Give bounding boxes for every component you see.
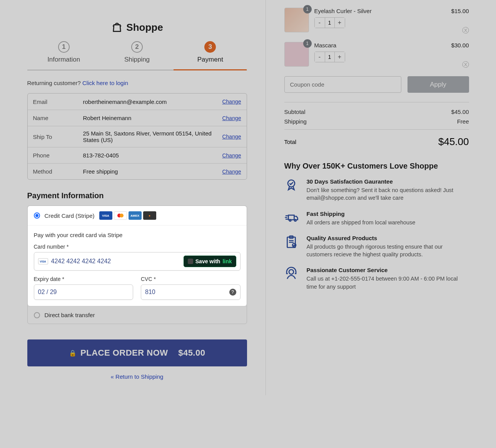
headset-icon [284, 267, 300, 291]
expiry-input[interactable]: 02 / 29 [34, 284, 134, 300]
svg-rect-1 [288, 215, 294, 220]
subtotal-label: Subtotal [284, 109, 306, 115]
place-order-amount: $45.00 [178, 348, 205, 358]
subtotal-row: Subtotal $45.00 [284, 109, 469, 115]
change-name-link[interactable]: Change [222, 115, 241, 121]
bank-transfer-label: Direct bank transfer [45, 312, 95, 318]
expiry-label: Expiry date * [34, 276, 134, 282]
payment-method-stripe: Credit Card (Stripe) VISA AMEX ● Pay wit… [28, 206, 247, 306]
step-label: Payment [174, 56, 247, 64]
step-shipping[interactable]: 2 Shipping [100, 41, 174, 70]
qty-value: 1 [325, 18, 335, 28]
info-label: Name [33, 115, 83, 121]
card-number-input[interactable]: VISA 4242 4242 4242 4242 Save with link [34, 252, 240, 271]
shipping-label: Shipping [284, 118, 307, 125]
step-payment[interactable]: 3 Payment [174, 41, 247, 70]
stripe-label: Credit Card (Stripe) [45, 212, 95, 219]
stripe-radio[interactable] [34, 212, 40, 219]
qty-decrease-button[interactable]: - [315, 18, 325, 28]
change-method-link[interactable]: Change [222, 169, 241, 175]
step-number: 1 [58, 41, 70, 53]
product-title: Eyelash Curler - Silver [314, 8, 446, 14]
info-label: Email [33, 99, 83, 105]
why-heading: Why Over 150K+ Customers Love Shoppe [284, 162, 469, 171]
brand-logo: Shoppe [27, 21, 247, 33]
discover-icon: ● [143, 211, 156, 220]
cart-item: 1 Mascara - 1 + $30.00 ⓧ [284, 42, 469, 69]
step-label: Information [27, 56, 100, 64]
step-information[interactable]: 1 Information [27, 41, 100, 70]
info-row-name: Name Robert Heinemann Change [28, 110, 247, 126]
remove-item-button[interactable]: ⓧ [451, 60, 469, 69]
info-row-email: Email robertheinemann@example.com Change [28, 94, 247, 110]
total-value: $45.00 [438, 136, 469, 148]
step-number: 3 [204, 41, 216, 53]
product-price: $30.00 [451, 42, 469, 48]
place-order-button[interactable]: 🔒 PLACE ORDER NOW $45.00 [27, 339, 247, 366]
change-phone-link[interactable]: Change [222, 152, 241, 159]
info-value: 25 Main St, Saxtons River, Vermont 05154… [83, 130, 222, 143]
info-row-method: Method Free shipping Change [28, 163, 247, 179]
feature-body: Call us at +1-202-555-0174 between 9:00 … [307, 275, 469, 291]
customer-info-summary: Email robertheinemann@example.com Change… [27, 93, 247, 180]
cvc-value: 810 [145, 289, 155, 296]
cvc-help-icon[interactable]: ? [229, 289, 236, 296]
qty-increase-button[interactable]: + [335, 18, 345, 28]
total-row: Total $45.00 [284, 129, 469, 148]
shipping-row: Shipping Free [284, 118, 469, 125]
payment-method-bank-transfer[interactable]: Direct bank transfer [28, 306, 247, 324]
product-title: Mascara [314, 42, 446, 48]
info-label: Ship To [33, 134, 83, 140]
change-shipto-link[interactable]: Change [222, 134, 241, 140]
qty-decrease-button[interactable]: - [315, 52, 325, 62]
returning-customer: Returning customer? Click here to login [27, 80, 247, 86]
mastercard-icon [114, 211, 127, 220]
qty-increase-button[interactable]: + [335, 52, 345, 62]
lock-icon: 🔒 [69, 349, 77, 357]
clipboard-check-icon [284, 235, 300, 259]
card-number-label: Card number * [34, 244, 240, 250]
return-shipping: « Return to Shipping [27, 373, 247, 380]
expiry-value: 02 / 29 [38, 289, 57, 296]
svg-point-7 [289, 270, 294, 274]
feature-quality: Quality Assured ProductsAll products go … [284, 235, 469, 259]
info-value: robertheinemann@example.com [83, 99, 222, 105]
feature-guarantee: 30 Days Satisfaction GauranteeDon't like… [284, 178, 469, 202]
truck-icon [284, 211, 300, 226]
feature-body: Don't like something? Sent it back no qu… [307, 186, 469, 202]
info-row-shipto: Ship To 25 Main St, Saxtons River, Vermo… [28, 126, 247, 147]
link-checkbox[interactable] [188, 259, 193, 264]
product-thumbnail: 1 [284, 42, 309, 67]
cvc-input[interactable]: 810 ? [141, 284, 240, 300]
product-thumbnail: 1 [284, 8, 309, 32]
shipping-value: Free [457, 118, 469, 125]
info-label: Phone [33, 152, 83, 159]
payment-methods: Credit Card (Stripe) VISA AMEX ● Pay wit… [27, 206, 247, 324]
change-email-link[interactable]: Change [222, 99, 241, 105]
subtotal-value: $45.00 [451, 109, 469, 115]
feature-body: All products go through rigorous testing… [307, 243, 469, 259]
qty-value: 1 [325, 52, 335, 62]
apply-coupon-button[interactable]: Apply [407, 76, 469, 93]
brand-name: Shoppe [126, 22, 163, 33]
payment-info-heading: Payment Information [27, 191, 247, 200]
place-order-text: PLACE ORDER NOW [80, 348, 168, 358]
checkout-steps: 1 Information 2 Shipping 3 Payment [27, 41, 247, 70]
login-link[interactable]: Click here to login [82, 80, 128, 86]
feature-shipping: Fast ShippingAll orders are shipped from… [284, 211, 469, 226]
feature-title: Fast Shipping [307, 211, 416, 217]
qty-badge: 1 [303, 5, 312, 13]
coupon-input[interactable] [284, 76, 401, 93]
returning-text: Returning customer? [27, 80, 82, 86]
visa-icon: VISA [38, 258, 48, 264]
bank-transfer-radio[interactable] [34, 312, 40, 318]
stripe-header[interactable]: Credit Card (Stripe) VISA AMEX ● [28, 206, 247, 226]
card-number-value: 4242 4242 4242 4242 [51, 258, 180, 265]
amex-icon: AMEX [129, 211, 142, 220]
remove-item-button[interactable]: ⓧ [451, 26, 469, 35]
save-with-link-button[interactable]: Save with link [184, 256, 236, 267]
info-value: 813-782-0405 [83, 152, 222, 159]
info-value: Robert Heinemann [83, 115, 222, 121]
return-shipping-link[interactable]: « Return to Shipping [111, 373, 164, 380]
visa-icon: VISA [99, 211, 112, 220]
